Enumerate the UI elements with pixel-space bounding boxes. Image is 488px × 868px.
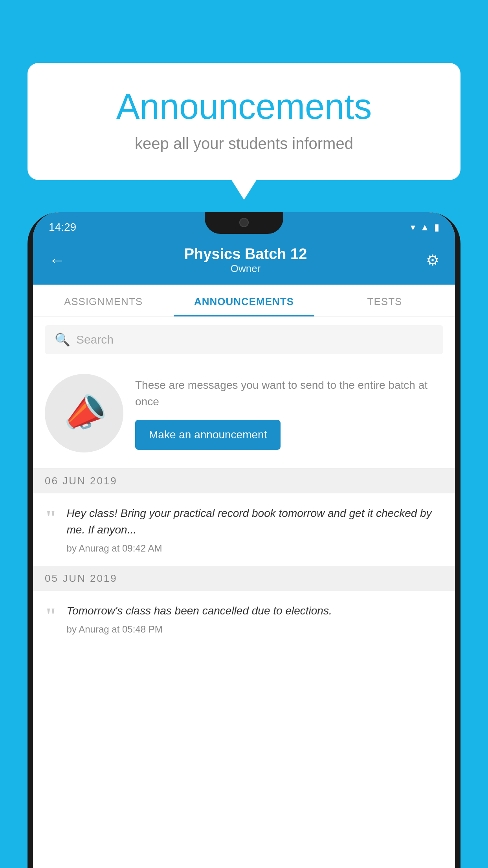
- search-input-placeholder[interactable]: Search: [76, 333, 114, 346]
- promo-content: These are messages you want to send to t…: [135, 377, 443, 450]
- announcement-meta-2: by Anurag at 05:48 PM: [67, 624, 443, 635]
- date-divider-2: 05 JUN 2019: [33, 566, 455, 591]
- announcement-item-2: " Tomorrow's class has been cancelled du…: [33, 591, 455, 647]
- signal-icon: ▲: [420, 222, 429, 233]
- phone-screen: 14:29 ▾ ▲ ▮ ← Physics Batch 12 Owner ⚙ A…: [33, 212, 455, 868]
- bubble-subtitle: keep all your students informed: [59, 135, 429, 153]
- header-center: Physics Batch 12 Owner: [65, 246, 426, 275]
- announcement-content-1: Hey class! Bring your practical record b…: [67, 505, 443, 554]
- announcement-meta-1: by Anurag at 09:42 AM: [67, 543, 443, 554]
- announcement-text-2: Tomorrow's class has been cancelled due …: [67, 603, 443, 619]
- promo-section: 📣 These are messages you want to send to…: [33, 362, 455, 469]
- date-divider-1: 06 JUN 2019: [33, 469, 455, 493]
- search-bar[interactable]: 🔍 Search: [45, 325, 443, 354]
- promo-description: These are messages you want to send to t…: [135, 377, 443, 410]
- gear-icon[interactable]: ⚙: [426, 252, 439, 269]
- status-icons: ▾ ▲ ▮: [411, 222, 439, 233]
- tab-announcements[interactable]: ANNOUNCEMENTS: [174, 285, 314, 316]
- bubble-title: Announcements: [59, 86, 429, 127]
- search-icon: 🔍: [55, 332, 70, 347]
- announcement-item-1: " Hey class! Bring your practical record…: [33, 493, 455, 566]
- make-announcement-button[interactable]: Make an announcement: [135, 420, 281, 450]
- app-header: ← Physics Batch 12 Owner ⚙: [33, 238, 455, 285]
- announcement-content-2: Tomorrow's class has been cancelled due …: [67, 603, 443, 635]
- header-subtitle: Owner: [65, 263, 426, 275]
- header-title: Physics Batch 12: [65, 246, 426, 263]
- tab-tests[interactable]: TESTS: [314, 285, 455, 316]
- tabs-container: ASSIGNMENTS ANNOUNCEMENTS TESTS: [33, 285, 455, 317]
- phone-notch: [205, 212, 283, 234]
- back-button[interactable]: ←: [49, 251, 65, 270]
- speech-bubble-section: Announcements keep all your students inf…: [28, 63, 460, 180]
- quote-icon-1: ": [45, 507, 57, 529]
- speech-bubble: Announcements keep all your students inf…: [28, 63, 460, 180]
- wifi-icon: ▾: [411, 222, 415, 233]
- megaphone-icon: 📣: [57, 388, 110, 439]
- search-container: 🔍 Search: [33, 317, 455, 362]
- phone-frame: 14:29 ▾ ▲ ▮ ← Physics Batch 12 Owner ⚙ A…: [28, 212, 460, 868]
- quote-icon-2: ": [45, 605, 57, 626]
- announcement-text-1: Hey class! Bring your practical record b…: [67, 505, 443, 538]
- battery-icon: ▮: [434, 222, 439, 233]
- phone-camera: [239, 218, 249, 227]
- status-time: 14:29: [49, 221, 76, 234]
- promo-icon-circle: 📣: [45, 374, 123, 452]
- tab-assignments[interactable]: ASSIGNMENTS: [33, 285, 174, 316]
